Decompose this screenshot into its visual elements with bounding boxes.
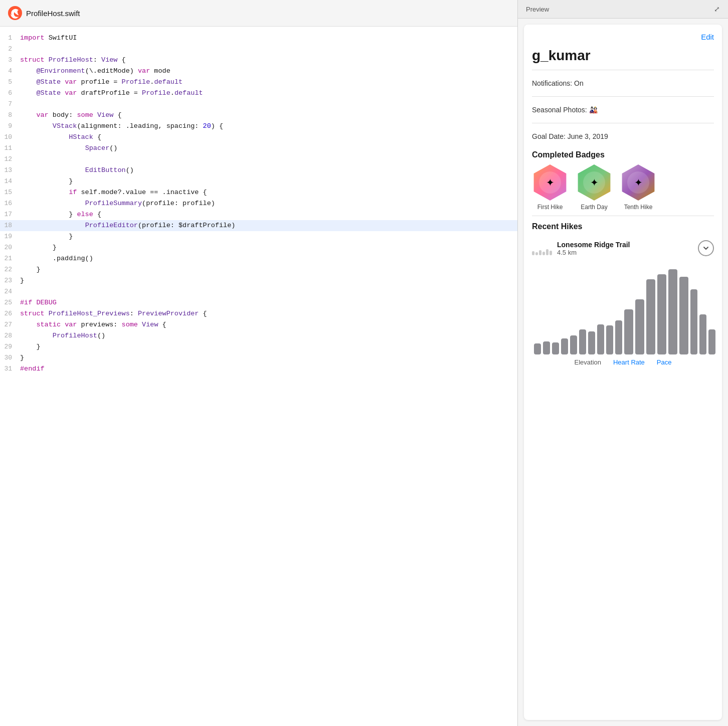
token-type-name: ProfileSummary: [85, 200, 142, 207]
line-content: import SwiftUI: [20, 33, 517, 44]
badge-label-3: Tenth Hike: [624, 204, 653, 211]
token-plain: (alignment: .leading, spacing:: [77, 122, 203, 130]
divider-2: [532, 96, 714, 97]
code-area: 1import SwiftUI2 3struct ProfileHost: Vi…: [0, 27, 517, 381]
line-number: 18: [0, 220, 20, 231]
hike-left: Lonesome Ridge Trail 4.5 km: [532, 241, 630, 256]
elevation-bar: [534, 343, 541, 354]
line-number: 7: [0, 99, 20, 110]
token-plain: self.mode?.value == .inactive {: [77, 189, 207, 196]
token-type-name: PreviewProvider: [138, 310, 199, 317]
line-content: ProfileEditor(profile: $draftProfile): [20, 220, 517, 231]
code-line: 6 @State var draftProfile = Profile.defa…: [0, 88, 517, 99]
token-kw-struct: struct: [20, 310, 45, 317]
badge-star-1: ✦: [546, 176, 555, 189]
edit-link[interactable]: Edit: [701, 33, 714, 41]
line-number: 23: [0, 275, 20, 286]
line-content: var body: some View {: [20, 110, 517, 121]
line-number: 28: [0, 330, 20, 341]
swift-logo: [8, 6, 22, 20]
notifications-row: Notifications: On: [532, 75, 714, 91]
token-plain: [20, 222, 85, 229]
token-plain: draftProfile =: [77, 89, 142, 97]
legend-elevation[interactable]: Elevation: [575, 358, 601, 366]
line-number: 25: [0, 297, 20, 308]
line-number: 8: [0, 110, 20, 121]
elevation-bar: [657, 274, 666, 354]
token-type-name: View: [142, 321, 158, 328]
expand-icon[interactable]: ⤢: [714, 5, 720, 13]
code-line: 31#endif: [0, 364, 517, 375]
token-kw-var: var: [138, 67, 150, 75]
line-content: HStack {: [20, 132, 517, 143]
preview-panel: Preview ⤢ Edit g_kumar Notifications: On…: [517, 0, 728, 726]
hike-info: Lonesome Ridge Trail 4.5 km: [557, 241, 630, 256]
code-line: 17 } else {: [0, 209, 517, 220]
token-plain: profile =: [77, 78, 121, 86]
elevation-bar: [579, 329, 586, 354]
code-line: 29 }: [0, 341, 517, 352]
seasonal-photos-row: Seasonal Photos: 🎎: [532, 102, 714, 118]
token-plain: .: [170, 89, 174, 97]
title-bar: ProfileHost.swift: [0, 0, 517, 27]
badge-label-1: First Hike: [537, 204, 563, 211]
elevation-bar: [624, 309, 633, 354]
token-type-name: Profile: [142, 89, 170, 97]
token-plain: [61, 78, 65, 86]
line-content: }: [20, 176, 517, 187]
line-content: }: [20, 242, 517, 253]
line-content: #endif: [20, 364, 517, 375]
token-plain: }: [20, 266, 41, 273]
line-number: 22: [0, 264, 20, 275]
line-content: [20, 99, 517, 110]
token-type-name: View: [101, 56, 117, 64]
token-plain: SwiftUI: [45, 34, 77, 42]
hike-distance: 4.5 km: [557, 249, 630, 256]
preview-title: Preview: [526, 6, 549, 13]
line-number: 5: [0, 77, 20, 88]
token-prop-name: @Environment: [36, 67, 85, 75]
code-line: 21 .padding(): [0, 253, 517, 264]
legend-heart-rate[interactable]: Heart Rate: [613, 358, 645, 366]
token-type-name: Spacer: [85, 144, 110, 152]
token-plain: [20, 89, 36, 97]
token-plain: body:: [49, 111, 77, 119]
line-content: static var previews: some View {: [20, 319, 517, 330]
token-kw-var: var: [65, 89, 77, 97]
code-line: 12: [0, 154, 517, 165]
token-kw-var: var: [65, 78, 77, 86]
chevron-down-icon[interactable]: [698, 240, 714, 256]
line-content: .padding(): [20, 253, 517, 264]
token-kw-var: var: [65, 321, 77, 328]
elevation-bar: [699, 314, 706, 354]
line-number: 3: [0, 55, 20, 66]
token-kw-some: some: [122, 321, 138, 328]
token-plain: [20, 321, 36, 328]
elevation-bar: [588, 331, 595, 354]
badge-tenth-hike: ✦ Tenth Hike: [620, 164, 656, 211]
code-line: 18 ProfileEditor(profile: $draftProfile): [0, 220, 517, 231]
legend-pace[interactable]: Pace: [657, 358, 672, 366]
code-line: 26struct ProfileHost_Previews: PreviewPr…: [0, 308, 517, 319]
token-plain: }: [20, 354, 24, 361]
badge-inner-2: ✦: [583, 171, 605, 194]
code-line: 23}: [0, 275, 517, 286]
line-content: } else {: [20, 209, 517, 220]
badge-earth-day: ✦ Earth Day: [576, 164, 612, 211]
token-plain: }: [20, 233, 73, 240]
line-content: @State var profile = Profile.default: [20, 77, 517, 88]
line-content: EditButton(): [20, 165, 517, 176]
token-type-name: View: [97, 111, 113, 119]
elevation-bar: [552, 342, 559, 354]
code-line: 19 }: [0, 231, 517, 242]
preview-header: Preview ⤢: [518, 0, 728, 19]
badge-label-2: Earth Day: [581, 204, 607, 211]
line-content: }: [20, 352, 517, 364]
badge-star-2: ✦: [590, 176, 599, 189]
token-plain: [20, 144, 85, 152]
line-number: 2: [0, 44, 20, 55]
token-plain: [20, 133, 69, 141]
code-line: 8 var body: some View {: [0, 110, 517, 121]
goal-date-row: Goal Date: June 3, 2019: [532, 128, 714, 144]
line-content: [20, 154, 517, 165]
